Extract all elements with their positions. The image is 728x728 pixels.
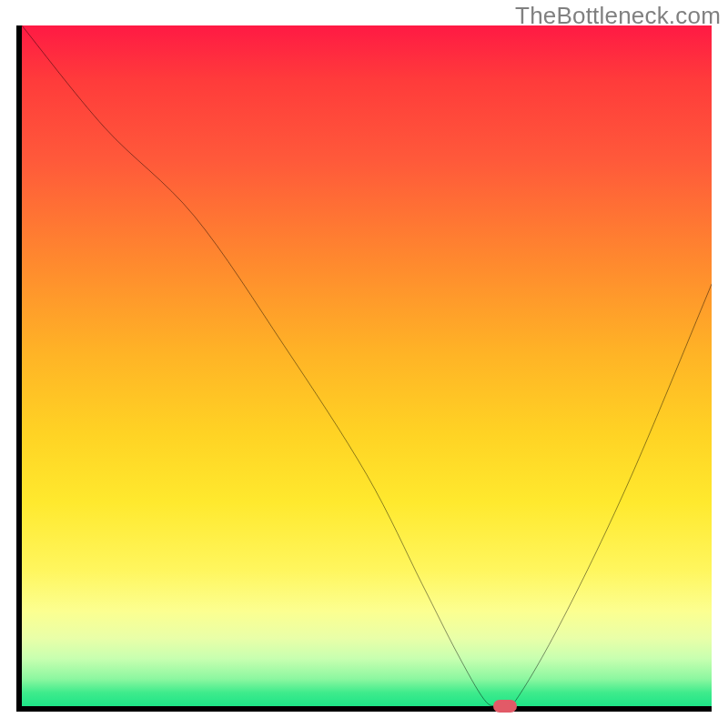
bottleneck-curve bbox=[22, 25, 712, 706]
minimum-marker bbox=[493, 700, 517, 713]
chart-container: TheBottleneck.com bbox=[0, 0, 728, 728]
watermark-text: TheBottleneck.com bbox=[515, 2, 721, 30]
plot-inner bbox=[22, 25, 712, 706]
plot-area bbox=[16, 25, 712, 712]
